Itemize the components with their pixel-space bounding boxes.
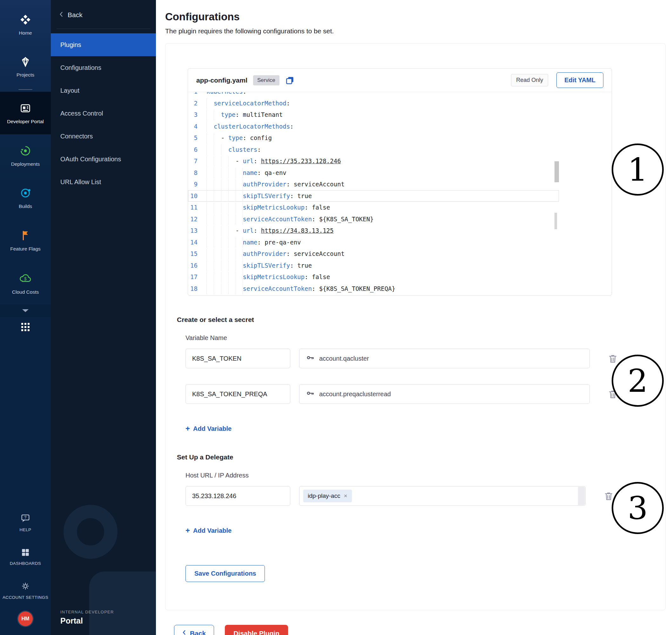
configurations-card: app-config.yaml Service Read Only Edit Y… [165, 43, 666, 610]
subnav-item-url-allow-list[interactable]: URL Allow List [51, 171, 156, 193]
sidebar-item-label: Home [19, 30, 32, 36]
key-icon [306, 389, 315, 399]
subnav-item-plugins[interactable]: Plugins [51, 33, 156, 56]
delegate-row: idp-play-acc× [186, 486, 654, 506]
main-content: Configurations The plugin requires the f… [156, 0, 672, 635]
builds-icon [19, 187, 32, 201]
rail-collapse[interactable] [0, 305, 51, 317]
read-only-badge: Read Only [511, 74, 548, 86]
developer-portal-icon [19, 102, 32, 116]
yaml-editor[interactable]: 1kubernetes:2serviceLocatorMethod:3type:… [188, 92, 559, 295]
sidebar-item-dashboards[interactable]: DASHBOARDS [1, 540, 50, 573]
code-lines: 1kubernetes:2serviceLocatorMethod:3type:… [188, 92, 559, 294]
yaml-card: app-config.yaml Service Read Only Edit Y… [188, 68, 612, 295]
chevron-left-icon [59, 11, 64, 19]
tags-input[interactable]: idp-play-acc× [299, 486, 586, 506]
add-variable-label: Add Variable [193, 527, 232, 534]
secret-select[interactable]: account.qacluster [299, 349, 590, 368]
line-number: 18 [188, 283, 207, 294]
secret-row: account.qacluster [186, 349, 654, 368]
sidebar-item-help[interactable]: ?HELP [1, 505, 50, 540]
sidebar-item-cloud-costs[interactable]: $Cloud Costs [0, 262, 51, 305]
variable-name-label: Variable Name [186, 334, 654, 342]
disable-plugin-button[interactable]: Disable Plugin [225, 625, 288, 635]
subnav-item-connectors[interactable]: Connectors [51, 125, 156, 148]
scrollbar-thumb-secondary[interactable] [555, 213, 557, 229]
sidebar-item-label: Deployments [11, 161, 40, 167]
secret-value: account.qacluster [319, 355, 369, 362]
sidebar-item-home[interactable]: Home [0, 3, 51, 46]
sidebar-item-label: DASHBOARDS [10, 561, 41, 566]
footer-title: Portal [60, 616, 114, 626]
edit-yaml-button[interactable]: Edit YAML [557, 72, 603, 88]
editor-scrollbar[interactable] [555, 92, 559, 295]
host-input[interactable] [186, 486, 290, 506]
variable-name-input[interactable] [186, 384, 290, 404]
code-line: 7- url: https://35.233.128.246 [188, 155, 559, 167]
decorative-shape [89, 571, 156, 635]
avatar[interactable]: HM [18, 612, 33, 626]
delegate-heading: Set Up a Delegate [177, 453, 654, 461]
sidebar-item-projects[interactable]: Projects [0, 46, 51, 88]
line-number: 13 [188, 225, 207, 236]
projects-icon [19, 56, 31, 69]
code-line: 18serviceAccountToken: ${K8S_SA_TOKEN_PR… [188, 283, 559, 294]
code-line: 16skipTLSVerify: true [188, 260, 559, 271]
page-subtitle: The plugin requires the following config… [165, 27, 666, 35]
add-variable-button-secrets[interactable]: + Add Variable [186, 424, 232, 433]
sidebar-item-deployments[interactable]: Deployments [0, 134, 51, 177]
tag-chip[interactable]: idp-play-acc× [303, 489, 352, 502]
subnav-footer: INTERNAL DEVELOPER Portal [60, 610, 114, 626]
chevron-down-icon [22, 308, 29, 314]
chevron-left-icon [182, 629, 187, 635]
feature-flags-icon [19, 229, 32, 243]
add-variable-button-delegate[interactable]: + Add Variable [186, 526, 232, 535]
sidebar-item-label: HELP [20, 527, 31, 532]
line-number: 8 [188, 167, 207, 178]
plus-icon: + [186, 526, 190, 535]
subnav-back-button[interactable]: Back [51, 0, 156, 28]
annotation-circle-2: 2 [612, 355, 664, 407]
page-title: Configurations [165, 11, 666, 23]
line-number: 12 [188, 213, 207, 225]
save-configurations-button[interactable]: Save Configurations [186, 565, 265, 582]
code-line: 9authProvider: serviceAccount [188, 178, 559, 190]
subnav-item-layout[interactable]: Layout [51, 79, 156, 102]
copy-icon[interactable] [285, 75, 295, 85]
code-line: 17skipMetricsLookup: false [188, 271, 559, 283]
line-number: 1 [188, 92, 207, 97]
code-line: 15authProvider: serviceAccount [188, 248, 559, 260]
sidebar-item-developer-portal[interactable]: Developer Portal [0, 92, 51, 134]
subnav-item-configurations[interactable]: Configurations [51, 56, 156, 79]
variable-name-input[interactable] [186, 349, 290, 368]
line-number: 17 [188, 271, 207, 283]
code-line: 10skipTLSVerify: true [188, 190, 559, 202]
line-number: 15 [188, 248, 207, 259]
code-line: 3type: multiTenant [188, 109, 559, 121]
delete-row-icon[interactable] [603, 491, 614, 501]
subnav-item-oauth-configurations[interactable]: OAuth Configurations [51, 148, 156, 171]
back-button[interactable]: Back [174, 625, 214, 635]
scrollbar-thumb[interactable] [555, 161, 559, 182]
delegate-rows: idp-play-acc× [177, 486, 654, 506]
line-number: 3 [188, 109, 207, 121]
secret-select[interactable]: account.preqaclusterread [299, 384, 590, 404]
remove-tag-icon[interactable]: × [344, 492, 347, 499]
code-line: 1kubernetes: [188, 92, 559, 97]
sidebar-item-label: Projects [17, 72, 34, 78]
code-line: 13- url: https://34.83.13.125 [188, 225, 559, 237]
sidebar-item-account-settings[interactable]: ACCOUNT SETTINGS [1, 573, 50, 607]
code-line: 14name: pre-qa-env [188, 237, 559, 248]
footer-actions: Back Disable Plugin [174, 625, 666, 635]
add-variable-label: Add Variable [193, 425, 232, 433]
secret-rows: account.qaclusteraccount.preqaclusterrea… [177, 349, 654, 404]
sidebar-item-builds[interactable]: Builds [0, 177, 51, 219]
yaml-filename: app-config.yaml [196, 76, 247, 84]
delete-row-icon[interactable] [608, 353, 618, 364]
sidebar-item-label: ACCOUNT SETTINGS [3, 595, 48, 600]
host-url-label: Host URL / IP Address [186, 472, 654, 479]
sidebar-item-feature-flags[interactable]: Feature Flags [0, 219, 51, 262]
subnav-item-access-control[interactable]: Access Control [51, 102, 156, 125]
annotation-circle-1: 1 [612, 144, 664, 196]
module-grid-button[interactable] [0, 317, 51, 333]
